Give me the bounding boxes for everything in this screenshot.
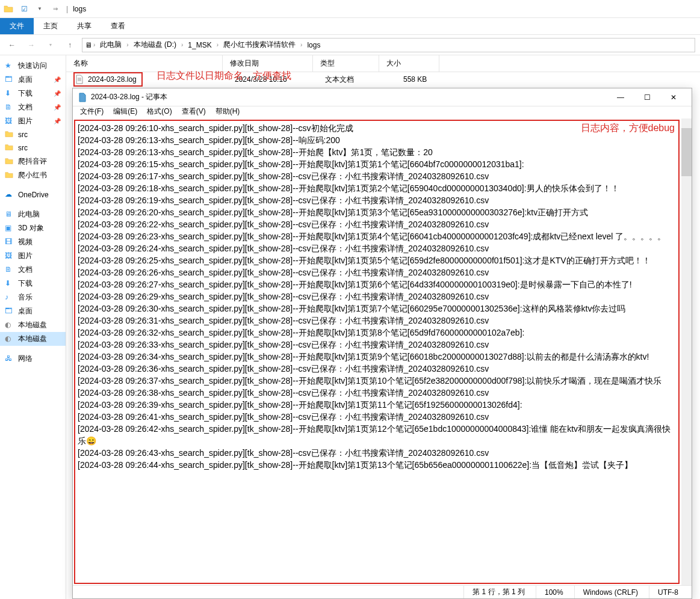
address-bar[interactable]: 🖥 › 此电脑› 本地磁盘 (D:)› 1_MSK› 爬小红书搜索详情软件› l… xyxy=(82,38,695,52)
file-size: 558 KB xyxy=(403,75,427,84)
notepad-menubar: 文件(F) 编辑(E) 格式(O) 查看(V) 帮助(H) xyxy=(73,106,692,118)
log-line: [2024-03-28 09:26:32-xhs_search_spider.p… xyxy=(78,327,676,339)
nav-desktop[interactable]: 🗔桌面📌 xyxy=(0,73,66,87)
nav-disk[interactable]: ◐本地磁盘 xyxy=(0,318,66,332)
log-line: [2024-03-28 09:26:23-xhs_search_spider.p… xyxy=(78,230,676,242)
up-button[interactable]: ↑ xyxy=(63,38,77,52)
notepad-title: 2024-03-28.log - 记事本 xyxy=(91,92,607,102)
status-encoding: UTF-8 xyxy=(649,586,687,598)
navbar: ← → ▾ ↑ 🖥 › 此电脑› 本地磁盘 (D:)› 1_MSK› 爬小红书搜… xyxy=(0,35,700,55)
log-line: [2024-03-28 09:26:42-xhs_search_spider.p… xyxy=(78,423,676,447)
back-button[interactable]: ← xyxy=(5,38,19,52)
nav-music[interactable]: ♪音乐 xyxy=(0,290,66,304)
log-line: [2024-03-28 09:26:19-xhs_search_spider.p… xyxy=(78,194,676,206)
nav-videos[interactable]: 🎞视频 xyxy=(0,235,66,249)
nav-folder[interactable]: src xyxy=(0,141,66,155)
folder-icon xyxy=(2,3,14,15)
log-line: [2024-03-28 09:26:15-xhs_search_spider.p… xyxy=(78,158,676,170)
annotation-1: 日志文件以日期命名，方便查找 xyxy=(156,70,291,82)
ribbon-tab-share[interactable]: 共享 xyxy=(67,18,101,34)
file-type: 文本文档 xyxy=(325,75,354,85)
notepad-icon xyxy=(78,93,87,102)
nav-folder[interactable]: 爬抖音评 xyxy=(0,155,66,168)
ribbon-tab-view[interactable]: 查看 xyxy=(101,18,135,34)
log-line: [2024-03-28 09:26:34-xhs_search_spider.p… xyxy=(78,351,676,363)
crumb[interactable]: 本地磁盘 (D:) xyxy=(130,38,180,51)
log-line: [2024-03-28 09:26:24-xhs_search_spider.p… xyxy=(78,242,676,254)
nav-3d[interactable]: ▣3D 对象 xyxy=(0,221,66,235)
window-title: logs xyxy=(73,5,86,13)
nav-pictures[interactable]: 🖼图片📌 xyxy=(0,114,66,128)
ribbon-tab-home[interactable]: 主页 xyxy=(34,18,67,34)
maximize-button[interactable]: ☐ xyxy=(634,88,660,106)
nav-downloads[interactable]: ⬇下载📌 xyxy=(0,87,66,100)
properties-icon[interactable]: ☑ xyxy=(18,3,30,15)
menu-format[interactable]: 格式(O) xyxy=(143,106,175,118)
pin-icon: 📌 xyxy=(54,76,61,83)
pin-icon: 📌 xyxy=(54,104,61,111)
annotation-2: 日志内容，方便debug xyxy=(581,122,675,135)
nav-downloads[interactable]: ⬇下载 xyxy=(0,277,66,290)
log-line: [2024-03-28 09:26:30-xhs_search_spider.p… xyxy=(78,303,676,315)
notepad-body[interactable]: [2024-03-28 09:26:10-xhs_search_spider.p… xyxy=(73,118,692,585)
pin-icon: 📌 xyxy=(54,118,61,124)
explorer-titlebar: ☑ ▼ ⇒ | logs xyxy=(0,0,700,18)
menu-help[interactable]: 帮助(H) xyxy=(212,106,244,118)
menu-edit[interactable]: 编辑(E) xyxy=(110,106,141,118)
scrollbar-thumb[interactable] xyxy=(681,128,692,176)
minimize-button[interactable]: — xyxy=(607,88,634,106)
log-line: [2024-03-28 09:26:27-xhs_search_spider.p… xyxy=(78,278,676,290)
crumb[interactable]: 爬小红书搜索详情软件 xyxy=(220,38,299,51)
col-date[interactable]: 修改日期 xyxy=(223,55,313,72)
file-name: 2024-03-28.log xyxy=(88,75,137,84)
col-size[interactable]: 大小 xyxy=(379,55,439,72)
history-dropdown[interactable]: ▾ xyxy=(43,38,58,52)
status-eol: Windows (CRLF) xyxy=(574,586,646,598)
nav-folder[interactable]: src xyxy=(0,128,66,141)
pc-icon: 🖥 xyxy=(85,41,92,49)
scrollbar[interactable] xyxy=(681,118,692,585)
status-zoom: 100% xyxy=(536,586,572,598)
qat-overflow-icon[interactable]: ⇒ xyxy=(49,3,61,15)
menu-view[interactable]: 查看(V) xyxy=(178,106,209,118)
col-name[interactable]: 名称 xyxy=(66,55,223,72)
ribbon: 文件 主页 共享 查看 xyxy=(0,18,700,35)
crumb[interactable]: logs xyxy=(303,40,324,51)
notepad-window: 2024-03-28.log - 记事本 — ☐ ✕ 文件(F) 编辑(E) 格… xyxy=(72,88,692,599)
nav-onedrive[interactable]: ☁OneDrive xyxy=(0,188,66,201)
log-line: [2024-03-28 09:26:38-xhs_search_spider.p… xyxy=(78,387,676,399)
nav-documents[interactable]: 🗎文档 xyxy=(0,263,66,277)
menu-file[interactable]: 文件(F) xyxy=(76,106,107,118)
nav-pane: ★快速访问 🗔桌面📌 ⬇下载📌 🗎文档📌 🖼图片📌 src src 爬抖音评 爬… xyxy=(0,55,66,599)
ribbon-tab-file[interactable]: 文件 xyxy=(0,18,34,34)
log-line: [2024-03-28 09:26:20-xhs_search_spider.p… xyxy=(78,206,676,218)
nav-documents[interactable]: 🗎文档📌 xyxy=(0,100,66,114)
nav-quick-access[interactable]: ★快速访问 xyxy=(0,59,66,73)
crumb[interactable]: 此电脑 xyxy=(96,38,125,51)
log-line: [2024-03-28 09:26:41-xhs_search_spider.p… xyxy=(78,411,676,423)
log-content: [2024-03-28 09:26:10-xhs_search_spider.p… xyxy=(74,120,680,584)
log-line: [2024-03-28 09:26:13-xhs_search_spider.p… xyxy=(78,134,676,146)
notepad-titlebar: 2024-03-28.log - 记事本 — ☐ ✕ xyxy=(73,88,692,106)
log-line: [2024-03-28 09:26:39-xhs_search_spider.p… xyxy=(78,399,676,411)
col-type[interactable]: 类型 xyxy=(313,55,379,72)
nav-this-pc[interactable]: 🖥此电脑 xyxy=(0,207,66,221)
nav-desktop[interactable]: 🗔桌面 xyxy=(0,304,66,318)
status-position: 第 1 行，第 1 列 xyxy=(463,586,533,598)
pin-icon: 📌 xyxy=(54,90,61,97)
nav-pictures[interactable]: 🖼图片 xyxy=(0,249,66,263)
qat-dropdown-icon[interactable]: ▼ xyxy=(34,3,46,15)
log-line: [2024-03-28 09:26:29-xhs_search_spider.p… xyxy=(78,290,676,303)
log-line: [2024-03-28 09:26:25-xhs_search_spider.p… xyxy=(78,254,676,266)
close-button[interactable]: ✕ xyxy=(660,88,687,106)
nav-folder[interactable]: 爬小红书 xyxy=(0,168,66,182)
nav-disk[interactable]: ◐本地磁盘 xyxy=(0,332,66,346)
log-line: [2024-03-28 09:26:44-xhs_search_spider.p… xyxy=(78,459,676,471)
text-file-icon xyxy=(75,75,84,84)
log-line: [2024-03-28 09:26:13-xhs_search_spider.p… xyxy=(78,146,676,158)
log-line: [2024-03-28 09:26:36-xhs_search_spider.p… xyxy=(78,363,676,375)
crumb[interactable]: 1_MSK xyxy=(184,40,215,51)
forward-button[interactable]: → xyxy=(24,38,39,52)
nav-network[interactable]: 🖧网络 xyxy=(0,352,66,366)
notepad-statusbar: 第 1 行，第 1 列 100% Windows (CRLF) UTF-8 xyxy=(73,585,692,598)
